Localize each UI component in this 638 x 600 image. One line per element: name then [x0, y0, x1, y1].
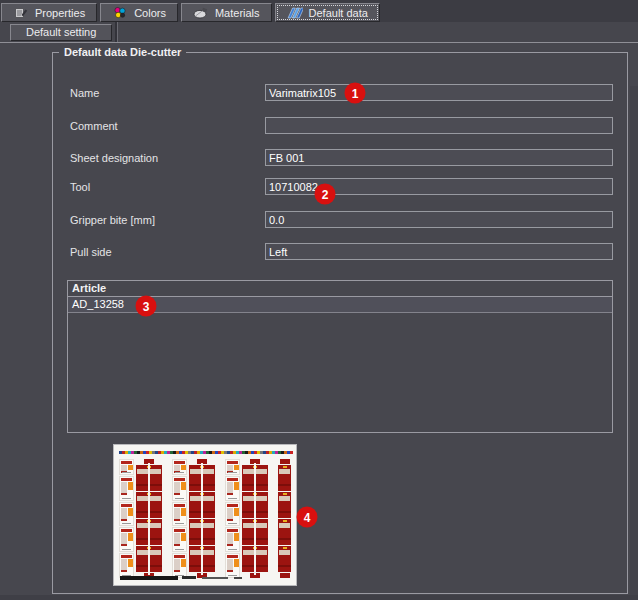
gripper-bite-mm-label: Gripper bite [mm]	[70, 214, 155, 226]
carton-panel	[172, 553, 187, 578]
tab-properties[interactable]: Properties	[1, 3, 97, 22]
panel-text-speck	[283, 493, 287, 495]
panel-title-bar	[174, 504, 185, 507]
panel-photo	[227, 508, 233, 521]
panel-title-bar	[227, 478, 238, 481]
properties-icon	[13, 6, 29, 19]
panel-orange-block	[234, 533, 239, 541]
default-data-icon	[287, 6, 303, 19]
panel-barcode-line	[228, 575, 237, 576]
panel-orange-block	[128, 533, 133, 541]
panel-barcode-line	[228, 549, 237, 550]
carton-panel	[172, 527, 187, 552]
panel-photo	[121, 508, 127, 521]
tab-colors[interactable]: Colors	[100, 3, 178, 22]
column-gutter	[162, 459, 172, 579]
color-control-strip	[119, 451, 293, 454]
panel-barcode-line	[122, 549, 131, 550]
panel-orange-block	[128, 482, 133, 490]
carton-panel	[119, 502, 134, 527]
glue-tab	[280, 573, 290, 578]
carton-panel	[172, 459, 187, 475]
panel-text-speck	[283, 466, 287, 468]
crease-line	[148, 463, 150, 575]
panel-title-bar	[121, 529, 132, 532]
name-field[interactable]	[265, 84, 613, 101]
panel-shadow-line	[278, 484, 291, 486]
carton-panel	[172, 502, 187, 527]
panel-title-bar	[227, 504, 238, 507]
gripper-bite-mm-field[interactable]	[265, 211, 613, 228]
panel-photo-band	[279, 550, 290, 555]
comment-field[interactable]	[265, 117, 613, 134]
panel-title-bar	[227, 555, 238, 558]
sheet-registration-marks	[120, 576, 178, 580]
subtab-bar: Default setting	[0, 22, 638, 43]
panel-orange-block	[181, 559, 186, 567]
subtab-separator	[115, 22, 118, 42]
colors-icon	[112, 6, 128, 19]
panel-barcode-line	[175, 549, 184, 550]
panel-title-bar	[174, 529, 185, 532]
tab-bar: PropertiesColorsMaterialsDefault data	[0, 0, 638, 22]
carton-artwork-column	[225, 459, 240, 579]
panel-title-bar	[174, 478, 185, 481]
name-label: Name	[70, 87, 99, 99]
article-table-header: Article	[68, 281, 612, 297]
column-gutter	[268, 459, 278, 579]
annotation-badge-4: 4	[297, 507, 318, 528]
panel-title-bar	[174, 461, 185, 464]
tool-label: Tool	[70, 181, 90, 193]
sheet-registration-marks	[182, 576, 196, 579]
tab-label: Default data	[309, 7, 368, 19]
panel-title-bar	[121, 461, 132, 464]
panel-orange-block	[181, 533, 186, 541]
panel-title-bar	[121, 504, 132, 507]
red-carton-column	[278, 459, 291, 579]
panel-title-bar	[227, 461, 238, 464]
panel-text-speck	[283, 547, 287, 549]
red-carton-column	[242, 459, 268, 579]
panel-orange-block	[128, 508, 133, 516]
subtab-default-setting[interactable]: Default setting	[10, 24, 112, 41]
app-root: PropertiesColorsMaterialsDefault data De…	[0, 0, 638, 600]
tab-label: Properties	[35, 7, 85, 19]
bottom-strip	[0, 595, 638, 600]
column-gutter	[215, 459, 225, 579]
panel-photo	[227, 559, 233, 572]
panel-title-bar	[174, 555, 185, 558]
carton-panel	[225, 459, 240, 475]
carton-panel	[225, 476, 240, 501]
panel-barcode-line	[228, 472, 237, 473]
glue-tab	[280, 459, 290, 464]
pull-side-field[interactable]	[265, 243, 613, 260]
comment-label: Comment	[70, 120, 118, 132]
panel-title-bar	[121, 478, 132, 481]
sheet-designation-field[interactable]	[265, 149, 613, 166]
panel-photo	[121, 533, 127, 546]
panel-orange-block	[234, 482, 239, 490]
carton-panel	[119, 553, 134, 578]
tab-default-data[interactable]: Default data	[275, 3, 380, 22]
panel-barcode-line	[175, 498, 184, 499]
panel-orange-block	[181, 482, 186, 490]
preview-sheet-image	[113, 444, 297, 586]
panel-photo-band	[279, 469, 290, 474]
panel-photo	[174, 533, 180, 546]
color-patch	[290, 451, 293, 454]
panel-barcode-line	[175, 523, 184, 524]
carton-panel	[225, 502, 240, 527]
tab-label: Colors	[134, 7, 166, 19]
red-carton-column	[189, 459, 215, 579]
panel-title-bar	[121, 555, 132, 558]
tab-label: Materials	[215, 7, 260, 19]
panel-photo	[121, 482, 127, 495]
panel-barcode-line	[228, 498, 237, 499]
red-panel	[278, 546, 291, 572]
crease-line	[254, 463, 256, 575]
carton-artwork-column	[119, 459, 134, 579]
tab-materials[interactable]: Materials	[181, 3, 272, 22]
panel-barcode-line	[122, 472, 131, 473]
panel-title-bar	[227, 529, 238, 532]
annotation-badge-3: 3	[136, 296, 157, 317]
